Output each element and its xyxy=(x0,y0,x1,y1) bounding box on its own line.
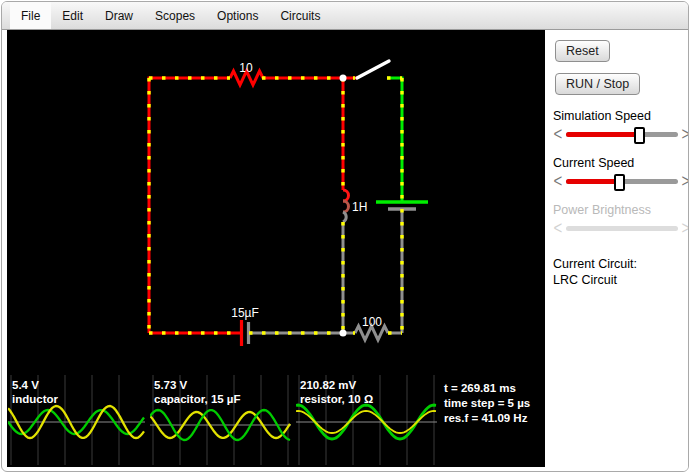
menu-draw[interactable]: Draw xyxy=(94,2,144,29)
scope-value: 210.82 mV xyxy=(300,378,373,392)
status-resfreq: res.f = 41.09 Hz xyxy=(444,411,530,426)
current-circuit-value: LRC Circuit xyxy=(553,272,688,288)
slider-right-arrow[interactable]: > xyxy=(681,125,689,143)
switch-blade[interactable] xyxy=(357,61,389,78)
circuit-canvas[interactable]: 10 1H 15µF 100 5.4 V inductor 5.73 V cap… xyxy=(7,30,545,467)
slider-left-arrow: < xyxy=(553,219,563,237)
slider-right-arrow[interactable]: > xyxy=(681,172,689,190)
current-circuit-label: Current Circuit: xyxy=(553,256,688,272)
sim-speed-slider[interactable]: < > xyxy=(553,126,689,142)
wire-left-loop[interactable] xyxy=(149,78,357,333)
inductor-coil[interactable] xyxy=(343,190,349,201)
menu-file[interactable]: File xyxy=(10,2,51,29)
current-speed-label: Current Speed xyxy=(553,156,688,170)
scope-name: resistor, 10 Ω xyxy=(300,392,373,406)
scope-name: capacitor, 15 µF xyxy=(154,392,241,406)
slider-track[interactable] xyxy=(566,132,678,137)
slider-left-arrow[interactable]: < xyxy=(553,172,563,190)
scope-value: 5.4 V xyxy=(12,378,58,392)
label-inductor: 1H xyxy=(352,200,367,214)
reset-button[interactable]: Reset xyxy=(555,40,610,62)
menu-scopes[interactable]: Scopes xyxy=(144,2,206,29)
status-time: t = 269.81 ms xyxy=(444,381,530,396)
control-sidebar: Reset RUN / Stop Simulation Speed < > Cu… xyxy=(547,30,688,471)
scope-capacitor[interactable]: 5.73 V capacitor, 15 µF xyxy=(150,375,291,465)
inductor-coil[interactable] xyxy=(343,212,346,222)
status-timestep: time step = 5 µs xyxy=(444,396,530,411)
power-brightness-slider: < > xyxy=(553,220,689,236)
wire-source-top[interactable] xyxy=(387,78,402,201)
inductor-coil[interactable] xyxy=(343,201,349,212)
scope-value: 5.73 V xyxy=(154,378,241,392)
power-brightness-label: Power Brightness xyxy=(553,203,688,217)
current-speed-slider[interactable]: < > xyxy=(553,173,689,189)
simulation-status: t = 269.81 ms time step = 5 µs res.f = 4… xyxy=(444,381,530,426)
label-resistor-10: 10 xyxy=(239,61,253,75)
slider-right-arrow: > xyxy=(681,219,689,237)
slider-track xyxy=(566,226,678,231)
label-resistor-100: 100 xyxy=(362,315,382,329)
app-window: File Edit Draw Scopes Options Circuits xyxy=(1,1,689,472)
menu-bar: File Edit Draw Scopes Options Circuits xyxy=(2,2,688,30)
menu-options[interactable]: Options xyxy=(206,2,269,29)
slider-left-arrow[interactable]: < xyxy=(553,125,563,143)
sim-speed-label: Simulation Speed xyxy=(553,109,688,123)
scope-resistor[interactable]: 210.82 mV resistor, 10 Ω xyxy=(296,375,437,465)
node-dot[interactable] xyxy=(340,330,347,337)
slider-track[interactable] xyxy=(566,179,678,184)
node-dot[interactable] xyxy=(340,75,347,82)
scope-name: inductor xyxy=(12,392,58,406)
slider-thumb[interactable] xyxy=(634,127,645,144)
run-stop-button[interactable]: RUN / Stop xyxy=(555,73,640,95)
menu-circuits[interactable]: Circuits xyxy=(269,2,331,29)
scope-inductor[interactable]: 5.4 V inductor xyxy=(8,375,145,465)
slider-thumb[interactable] xyxy=(614,174,625,191)
menu-edit[interactable]: Edit xyxy=(51,2,94,29)
label-capacitor: 15µF xyxy=(231,306,259,320)
